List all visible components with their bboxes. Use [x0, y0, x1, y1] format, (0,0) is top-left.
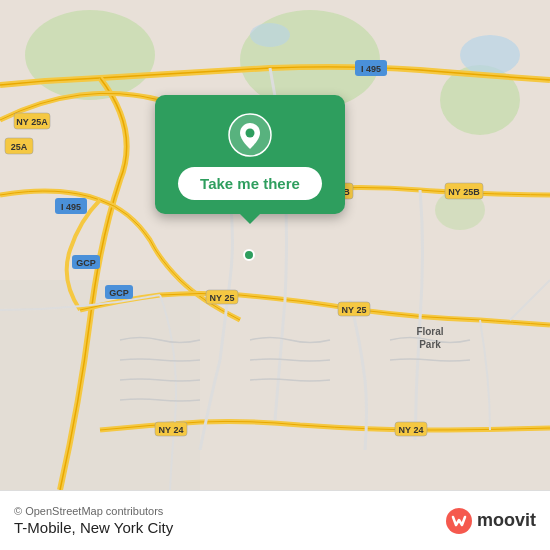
location-pin-icon — [228, 113, 272, 157]
svg-point-1 — [25, 10, 155, 100]
svg-text:25A: 25A — [11, 142, 28, 152]
svg-text:NY 25: NY 25 — [342, 305, 367, 315]
svg-text:NY 24: NY 24 — [159, 425, 184, 435]
moovit-logo: moovit — [445, 507, 536, 535]
svg-text:NY 25B: NY 25B — [448, 187, 480, 197]
svg-point-35 — [244, 250, 254, 260]
take-me-there-button[interactable]: Take me there — [178, 167, 322, 200]
popup-card: Take me there — [155, 95, 345, 214]
svg-point-6 — [250, 23, 290, 47]
svg-text:GCP: GCP — [109, 288, 129, 298]
svg-rect-8 — [200, 300, 550, 490]
map-container: I 495 I 495 NY 25A 25A GCP GCP NY 25B NY… — [0, 0, 550, 490]
svg-text:I 495: I 495 — [361, 64, 381, 74]
svg-text:I 495: I 495 — [61, 202, 81, 212]
moovit-brand-icon — [445, 507, 473, 535]
bottom-bar: © OpenStreetMap contributors T-Mobile, N… — [0, 490, 550, 550]
svg-text:NY 24: NY 24 — [399, 425, 424, 435]
svg-text:GCP: GCP — [76, 258, 96, 268]
svg-point-5 — [460, 35, 520, 75]
location-info: © OpenStreetMap contributors T-Mobile, N… — [14, 505, 173, 536]
moovit-brand-text: moovit — [477, 510, 536, 531]
location-title: T-Mobile, New York City — [14, 519, 173, 536]
copyright-text: © OpenStreetMap contributors — [14, 505, 173, 517]
svg-text:Park: Park — [419, 339, 441, 350]
svg-text:NY 25A: NY 25A — [16, 117, 48, 127]
svg-point-37 — [246, 129, 255, 138]
svg-rect-7 — [0, 280, 200, 490]
svg-text:Floral: Floral — [416, 326, 443, 337]
svg-text:NY 25: NY 25 — [210, 293, 235, 303]
